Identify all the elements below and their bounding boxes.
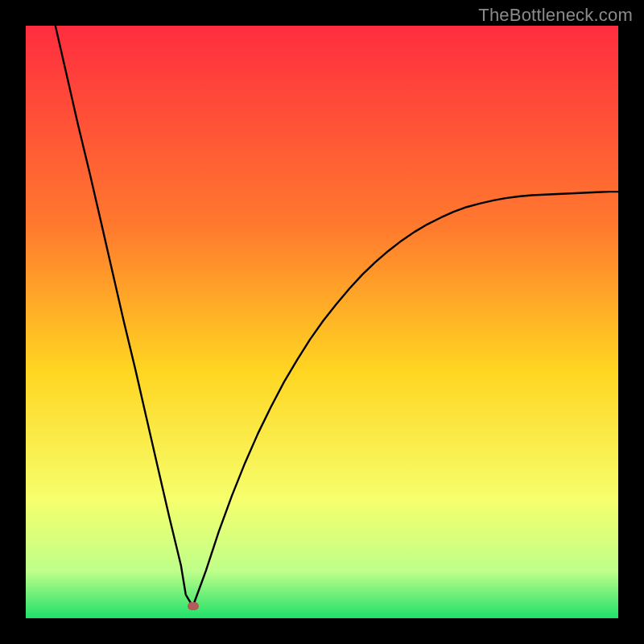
bottleneck-curve	[26, 26, 618, 618]
vertex-marker	[188, 602, 199, 610]
plot-area	[26, 26, 618, 618]
chart-frame: TheBottleneck.com	[0, 0, 644, 644]
attribution-label: TheBottleneck.com	[478, 5, 633, 26]
